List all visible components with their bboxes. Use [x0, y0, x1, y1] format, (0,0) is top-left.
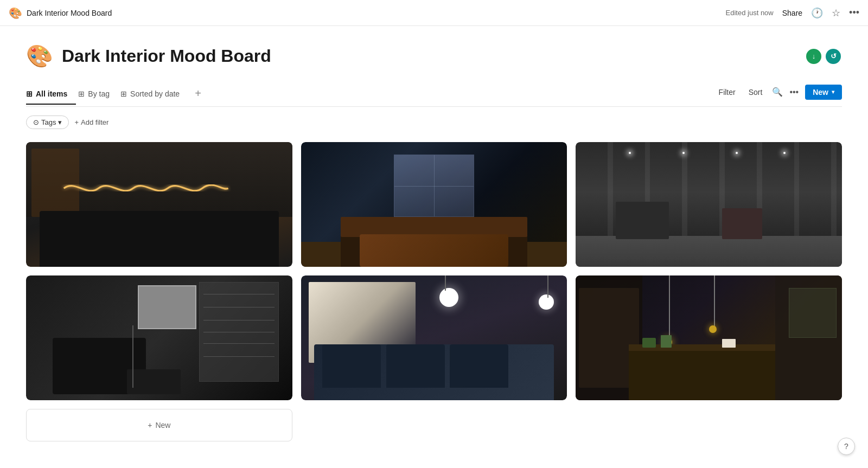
- grid-item-6[interactable]: [576, 275, 842, 400]
- new-button-label: New: [813, 88, 828, 97]
- topbar-title: Dark Interior Mood Board: [27, 9, 112, 17]
- page-heading-left: 🎨 Dark Interior Mood Board: [26, 43, 271, 69]
- history-icon[interactable]: 🕐: [811, 7, 823, 19]
- share-button[interactable]: Share: [782, 9, 802, 17]
- tags-filter-button[interactable]: ⊙ Tags ▾: [26, 116, 69, 129]
- edited-status: Edited just now: [726, 9, 774, 17]
- topbar-right: Edited just now Share 🕐 ☆ •••: [726, 7, 859, 19]
- new-button[interactable]: New ▾: [805, 85, 842, 100]
- page-title: Dark Interior Mood Board: [62, 46, 271, 66]
- filter-button[interactable]: Filter: [716, 86, 739, 99]
- tab-all-items-label: All items: [36, 89, 67, 98]
- grid-item-2[interactable]: [301, 142, 567, 267]
- tab-by-tag[interactable]: ⊞ By tag: [78, 84, 118, 105]
- new-card-icon: +: [148, 421, 152, 429]
- add-filter-button[interactable]: + Add filter: [74, 118, 108, 126]
- avatar-user2[interactable]: ↺: [825, 48, 842, 65]
- image-2: [301, 142, 567, 267]
- new-card-label: New: [155, 421, 170, 429]
- tab-by-tag-label: By tag: [88, 89, 110, 98]
- page-heading: 🎨 Dark Interior Mood Board ↓ ↺: [26, 43, 842, 69]
- tags-filter-chevron: ▾: [58, 118, 62, 126]
- tab-sorted-label: Sorted by date: [130, 89, 180, 98]
- topbar-left: 🎨 Dark Interior Mood Board: [9, 7, 112, 20]
- add-tab-button[interactable]: +: [190, 82, 206, 106]
- avatar-group: ↓ ↺: [805, 48, 842, 65]
- app-logo: 🎨: [9, 7, 22, 20]
- grid-item-5[interactable]: [301, 275, 567, 400]
- grid-item-3[interactable]: [576, 142, 842, 267]
- avatar-user1[interactable]: ↓: [805, 48, 822, 65]
- grid-item-1[interactable]: [26, 142, 292, 267]
- tags-filter-label: Tags: [41, 118, 56, 126]
- new-item-card[interactable]: + New: [26, 409, 292, 441]
- tab-sorted-icon: ⊞: [120, 89, 127, 98]
- image-4: [26, 275, 292, 400]
- new-button-chevron: ▾: [832, 89, 834, 95]
- add-filter-icon: +: [74, 118, 79, 126]
- filter-bar: ⊙ Tags ▾ + Add filter: [26, 116, 842, 129]
- tab-actions: Filter Sort 🔍 ••• New ▾: [716, 85, 842, 104]
- tab-sorted-by-date[interactable]: ⊞ Sorted by date: [120, 84, 188, 105]
- tab-by-tag-icon: ⊞: [78, 89, 85, 98]
- tabs-bar: ⊞ All items ⊞ By tag ⊞ Sorted by date + …: [26, 82, 842, 107]
- main-content: 🎨 Dark Interior Mood Board ↓ ↺ ⊞ All ite…: [0, 26, 868, 459]
- more-options-icon[interactable]: •••: [849, 7, 859, 18]
- image-5: [301, 275, 567, 400]
- search-icon[interactable]: 🔍: [772, 87, 783, 97]
- star-icon[interactable]: ☆: [832, 7, 840, 19]
- toolbar-more-icon[interactable]: •••: [789, 87, 799, 97]
- page-emoji: 🎨: [26, 43, 53, 69]
- wave-light-svg: [58, 177, 231, 200]
- image-3: [576, 142, 842, 267]
- grid-item-4[interactable]: [26, 275, 292, 400]
- tab-all-items-icon: ⊞: [26, 89, 33, 98]
- add-filter-label: Add filter: [81, 118, 108, 126]
- sort-button[interactable]: Sort: [745, 86, 766, 99]
- image-1: [26, 142, 292, 267]
- image-6: [576, 275, 842, 400]
- help-button[interactable]: ?: [838, 438, 855, 455]
- topbar: 🎨 Dark Interior Mood Board Edited just n…: [0, 0, 868, 26]
- tags-filter-icon: ⊙: [33, 118, 39, 126]
- image-grid: [26, 142, 842, 400]
- tab-all-items[interactable]: ⊞ All items: [26, 84, 76, 105]
